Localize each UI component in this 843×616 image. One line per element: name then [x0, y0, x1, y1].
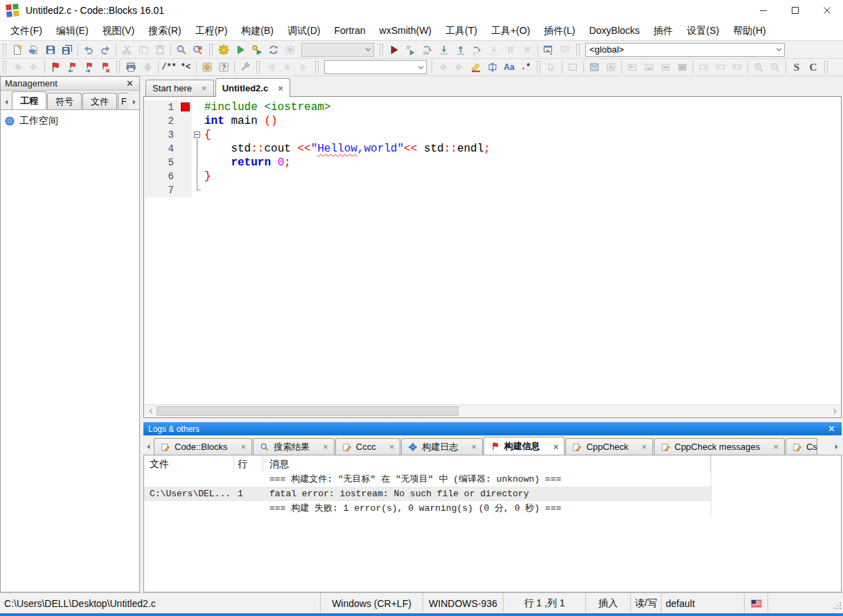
copy-button[interactable]	[135, 42, 152, 57]
clear-bookmarks-button[interactable]	[97, 60, 114, 75]
toolbar-grip[interactable]	[3, 61, 6, 73]
editor-hscrollbar[interactable]	[145, 404, 840, 417]
nav-back-button[interactable]	[9, 60, 26, 75]
wx-align-center-button[interactable]	[657, 60, 674, 75]
fold-margin[interactable]	[192, 128, 202, 142]
management-tab-F[interactable]: F	[118, 93, 129, 109]
wx-text-button[interactable]: A	[603, 60, 619, 75]
debug-continue-button[interactable]	[386, 42, 402, 57]
minimize-button[interactable]	[747, 0, 779, 21]
wx-combo-right-button[interactable]	[695, 60, 712, 75]
dropdown-arrow-icon[interactable]	[362, 45, 373, 54]
editor-tab[interactable]: Untitled2.c×	[215, 78, 290, 97]
find-button[interactable]	[173, 42, 190, 57]
redo-button[interactable]	[97, 42, 114, 57]
menu-item[interactable]: 插件	[647, 21, 680, 39]
open-file-button[interactable]	[26, 42, 42, 57]
fold-margin[interactable]	[192, 142, 202, 156]
tab-close-icon[interactable]: ×	[641, 442, 647, 451]
new-file-button[interactable]	[9, 42, 26, 57]
size-s-button[interactable]: S	[788, 60, 805, 75]
doxy-extract-docs-button[interactable]	[123, 60, 139, 75]
wx-combo-left-button[interactable]	[712, 60, 729, 75]
menu-item[interactable]: 构建(B)	[234, 21, 281, 39]
code-line[interactable]: 7	[145, 183, 840, 197]
log-tab[interactable]: Cccc×	[335, 438, 400, 455]
incsearch-current-button[interactable]	[279, 60, 296, 75]
doxy-help-button[interactable]: ?	[215, 60, 232, 75]
dropdown-arrow-icon[interactable]	[415, 63, 426, 72]
toolbar-grip[interactable]	[576, 44, 580, 56]
step-into-instruction-button[interactable]	[486, 42, 502, 57]
next-line-button[interactable]	[419, 42, 436, 57]
workspace-tree-item[interactable]: 工作空间	[4, 115, 136, 127]
editor-tab[interactable]: Start here×	[145, 80, 214, 96]
tab-scroll-left-icon[interactable]	[1, 94, 12, 109]
incsearch-next-button[interactable]	[296, 60, 312, 75]
break-debugger-button[interactable]	[502, 42, 519, 57]
debugging-windows-button[interactable]	[540, 42, 557, 57]
toolbar-grip[interactable]	[380, 44, 383, 56]
next-instruction-button[interactable]	[469, 42, 486, 57]
code-line[interactable]: 1#include <iostream>	[145, 100, 840, 114]
run-button[interactable]	[232, 42, 249, 57]
log-tab[interactable]: 构建日志×	[401, 438, 483, 455]
hscroll-track[interactable]	[157, 406, 828, 417]
tab-close-icon[interactable]: ×	[471, 442, 477, 451]
tab-close-icon[interactable]: ×	[241, 442, 247, 451]
tab-close-icon[interactable]: ×	[389, 442, 395, 451]
marker-margin[interactable]	[179, 100, 192, 114]
build-button[interactable]	[215, 42, 232, 57]
log-tab[interactable]: Csc	[786, 438, 817, 455]
log-row[interactable]: === 构建文件: "无目标" 在 "无项目" 中 (编译器: unknown)…	[144, 472, 711, 487]
tab-close-icon[interactable]: ×	[553, 442, 559, 451]
save-file-button[interactable]	[42, 42, 59, 57]
wx-align-bottom-button[interactable]	[641, 60, 657, 75]
menu-item[interactable]: DoxyBlocks	[582, 21, 646, 39]
scroll-left-icon[interactable]	[145, 405, 157, 417]
toolbar-grip[interactable]	[824, 61, 828, 73]
highlight-occurrences-button[interactable]	[468, 60, 484, 75]
fold-margin[interactable]	[192, 100, 202, 114]
management-tab-符号[interactable]: 符号	[47, 93, 82, 109]
scroll-right-icon[interactable]	[828, 405, 840, 417]
logtab-scroll-left-icon[interactable]	[143, 438, 154, 455]
comment-line-doc-button[interactable]: *<	[177, 60, 194, 75]
toolbar-grip[interactable]	[256, 61, 260, 73]
cut-button[interactable]	[118, 42, 135, 57]
fold-margin[interactable]	[192, 156, 202, 170]
select-range-button[interactable]	[484, 60, 501, 75]
logtab-scroll-right-icon[interactable]	[831, 438, 842, 455]
rebuild-button[interactable]	[265, 42, 282, 57]
incsearch-combo[interactable]	[324, 60, 427, 74]
step-out-button[interactable]	[452, 42, 469, 57]
menu-item[interactable]: 搜索(R)	[141, 21, 188, 39]
menu-item[interactable]: 帮助(H)	[726, 21, 772, 39]
toolbar-grip[interactable]	[315, 61, 319, 73]
zoom-in-button[interactable]	[750, 60, 767, 75]
replace-button[interactable]: R	[190, 42, 206, 57]
toolbar-grip[interactable]	[3, 44, 6, 56]
toggle-bookmark-button[interactable]	[47, 60, 64, 75]
search-back-button[interactable]	[434, 60, 451, 75]
regex-button[interactable]: .*	[517, 60, 534, 75]
close-button[interactable]	[811, 0, 843, 21]
save-all-button[interactable]	[59, 42, 76, 57]
match-case-button[interactable]: Aa	[501, 60, 517, 75]
nav-forward-button[interactable]	[26, 60, 42, 75]
stop-debugger-button[interactable]	[519, 42, 535, 57]
various-info-button[interactable]	[557, 42, 574, 57]
wx-image-button[interactable]	[586, 60, 603, 75]
wx-align-left-button[interactable]	[624, 60, 641, 75]
menu-item[interactable]: wxSmith(W)	[373, 21, 438, 39]
log-row[interactable]: === 构建 失败: 1 error(s), 0 warning(s) (0 分…	[144, 501, 711, 516]
wx-align-fill-button[interactable]	[674, 60, 691, 75]
toolbar-grip[interactable]	[116, 61, 120, 73]
comment-doc-button[interactable]: /**	[161, 60, 177, 75]
doxy-settings-button[interactable]	[237, 60, 254, 75]
marker-margin[interactable]	[179, 183, 192, 197]
log-tab[interactable]: 搜索结果×	[253, 438, 335, 455]
menu-item[interactable]: 文件(F)	[3, 21, 49, 39]
management-tab-文件[interactable]: 文件	[82, 93, 117, 109]
code-line[interactable]: 6}	[145, 170, 840, 183]
